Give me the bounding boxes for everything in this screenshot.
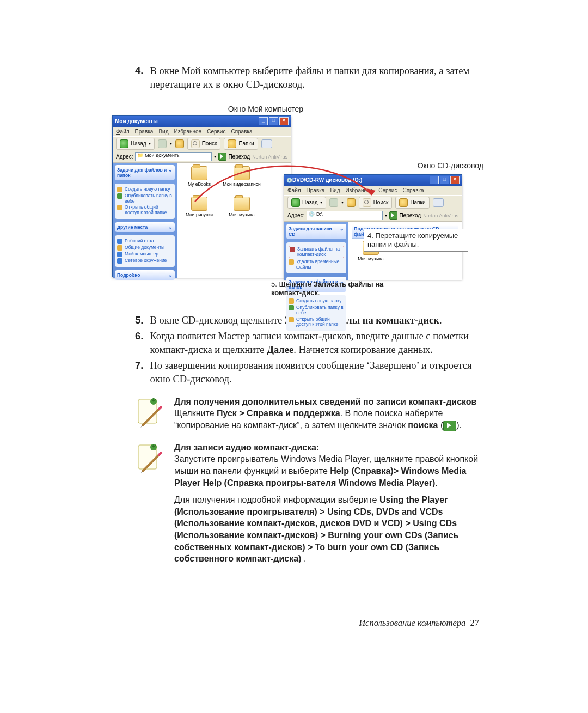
folder-icon: [191, 166, 207, 180]
win2-menu-edit[interactable]: Правка: [307, 187, 325, 193]
search-icon: [191, 139, 200, 148]
win1-folder-music[interactable]: Моя музыка: [223, 197, 261, 217]
share-icon: [117, 205, 122, 210]
win2-cd-tasks-panel: Записать файлы на компакт-диск Удалить в…: [286, 242, 346, 273]
win2-cd-tasks-header[interactable]: Задачи для записи CD⌄: [286, 224, 346, 239]
win2-search-button[interactable]: Поиск: [359, 197, 393, 209]
win2-address-field[interactable]: 💿 D:\: [307, 211, 383, 220]
step-7: 7. По завершении копирования появится со…: [135, 359, 483, 386]
step-4: 4. В окне Мой компьютер выберите файлы и…: [135, 64, 483, 92]
win1-folders-button[interactable]: Папки: [224, 138, 258, 150]
back-icon: [120, 139, 128, 148]
win2-menu-help[interactable]: Справка: [402, 187, 424, 193]
win1-go-button[interactable]: Переход: [218, 153, 250, 161]
win2-menu-view[interactable]: Вид: [330, 187, 340, 193]
win2-menu-file[interactable]: Файл: [287, 187, 301, 193]
win1-menu-file[interactable]: ФФайлайл: [116, 129, 130, 135]
page-footer: Использование компьютера 27: [359, 618, 479, 629]
win2-task-publish[interactable]: Опубликовать папку в вебе: [289, 305, 344, 316]
folder-icon: [234, 166, 250, 180]
win1-tasks-panel: Создать новую папку Опубликовать папку в…: [115, 184, 175, 219]
win1-menu-help[interactable]: Справка: [231, 129, 252, 135]
forward-icon[interactable]: [158, 139, 167, 148]
win1-content[interactable]: My eBooks Мои видеозаписи Мои рисунки Мо…: [177, 163, 291, 278]
search-icon: [363, 198, 371, 207]
folder-icon: [191, 197, 207, 211]
win2-minimize-button[interactable]: _: [430, 176, 439, 184]
note-1-body: Для получения дополнительных сведений по…: [174, 396, 483, 432]
win2-title-text: DVD/CD-RW дисковод (D:): [292, 177, 362, 183]
win1-search-button[interactable]: Поиск: [187, 138, 221, 150]
win1-back-button[interactable]: Назад▾: [116, 138, 155, 150]
win2-task-share[interactable]: Открыть общий доступ к этой папке: [289, 317, 344, 328]
win1-menu-view[interactable]: Вид: [158, 129, 168, 135]
views-icon[interactable]: [433, 198, 444, 207]
callout-4-box: 4. Перетащите копируемые папки и файлы.: [364, 229, 468, 252]
computer-icon: [117, 252, 122, 257]
step-4-number: 4.: [135, 64, 143, 92]
win1-task-new-folder[interactable]: Создать новую папку: [117, 187, 173, 192]
note-2: Для записи аудио компакт-диска: Запустит…: [135, 442, 483, 565]
win2-menu-tools[interactable]: Сервис: [378, 187, 397, 193]
win2-task-burn-files[interactable]: Записать файлы на компакт-диск: [289, 246, 344, 259]
footer-section-title: Использование компьютера: [359, 618, 465, 628]
win1-places-panel: Рабочий стол Общие документы Мой компьют…: [115, 235, 175, 267]
delete-icon: [289, 259, 294, 265]
win2-folders-button[interactable]: Папки: [395, 197, 429, 209]
win2-menubar[interactable]: Файл Правка Вид Избранное Сервис Справка: [284, 186, 462, 195]
folder-icon: [117, 245, 122, 251]
step-4-text: В окне Мой компьютер выберите файлы и па…: [150, 64, 483, 92]
win1-titlebar[interactable]: Мои документы _ □ ×: [113, 116, 291, 127]
win1-toolbar: Назад▾ ▾ Поиск Папки: [113, 136, 291, 151]
win1-place-my-computer[interactable]: Мой компьютер: [117, 252, 173, 257]
win1-task-share[interactable]: Открыть общий доступ к этой папке: [117, 205, 173, 216]
win2-go-button[interactable]: Переход: [389, 211, 421, 220]
win2-task-delete-temp[interactable]: Удалить временные файлы: [289, 259, 344, 270]
figure-title-left: Окно Мой компьютер: [195, 105, 336, 113]
win1-minimize-button[interactable]: _: [259, 117, 268, 125]
win1-side-panel: Задачи для файлов и папок⌄ Создать новую…: [113, 163, 177, 278]
win1-folder-videos[interactable]: Мои видеозаписи: [223, 166, 261, 187]
up-icon[interactable]: [347, 198, 356, 207]
win1-maximize-button[interactable]: □: [269, 117, 278, 125]
win1-menu-favorites[interactable]: Избранное: [174, 129, 201, 135]
burn-icon: [290, 247, 295, 252]
win2-close-button[interactable]: ×: [450, 176, 460, 184]
win1-title-text: Мои документы: [115, 118, 158, 124]
win2-titlebar[interactable]: 💿 DVD/CD-RW дисковод (D:) _ □ ×: [284, 175, 462, 186]
up-icon[interactable]: [175, 139, 184, 148]
win1-place-desktop[interactable]: Рабочий стол: [117, 239, 173, 244]
note-1: Для получения дополнительных сведений по…: [135, 396, 483, 432]
win1-address-field[interactable]: 📁 Мои документы: [135, 152, 212, 161]
win1-close-button[interactable]: ×: [279, 117, 289, 125]
note-1-heading: Для получения дополнительных сведений по…: [174, 396, 483, 408]
win2-task-new-folder[interactable]: Создать новую папку: [289, 298, 344, 304]
win1-task-publish[interactable]: Опубликовать папку в вебе: [117, 193, 173, 204]
figure-title-right: Окно CD-дисковод: [391, 161, 483, 170]
win1-place-network[interactable]: Сетевое окружение: [117, 258, 173, 264]
win1-folder-pictures[interactable]: Мои рисунки: [180, 197, 218, 217]
memo-icon: [135, 442, 164, 565]
win1-folder-ebooks[interactable]: My eBooks: [180, 166, 218, 187]
win1-place-shared-docs[interactable]: Общие документы: [117, 245, 173, 251]
win1-menu-edit[interactable]: Правка: [135, 129, 154, 135]
win2-file-tasks-panel: Создать новую папку Опубликовать папку в…: [286, 295, 346, 331]
step-6: 6. Когда появится Мастер записи компакт-…: [135, 330, 483, 357]
forward-icon[interactable]: [329, 198, 338, 207]
callout-4: 4. Перетащите копируемые папки и файлы.: [364, 229, 468, 252]
win1-tasks-header[interactable]: Задачи для файлов и папок⌄: [115, 165, 175, 180]
win1-menu-tools[interactable]: Сервис: [207, 129, 225, 135]
win1-menubar[interactable]: ФФайлайл Правка Вид Избранное Сервис Спр…: [113, 127, 291, 136]
win1-details-header[interactable]: Подробно⌄: [115, 270, 175, 280]
globe-icon: [117, 193, 122, 199]
share-icon: [289, 317, 294, 322]
win2-maximize-button[interactable]: □: [440, 176, 449, 184]
win2-back-button[interactable]: Назад▾: [287, 197, 326, 209]
views-icon[interactable]: [261, 139, 272, 148]
win1-address-label: Адрес:: [116, 154, 133, 160]
figure-area: Мои документы _ □ × ФФайлайл Правка Вид …: [135, 113, 483, 304]
win2-menu-favorites[interactable]: Избранное: [345, 187, 373, 193]
folders-icon: [399, 198, 408, 207]
win1-address-bar: Адрес: 📁 Мои документы ▾ Переход Norton …: [113, 151, 291, 163]
win1-places-header[interactable]: Другие места⌄: [115, 222, 175, 232]
